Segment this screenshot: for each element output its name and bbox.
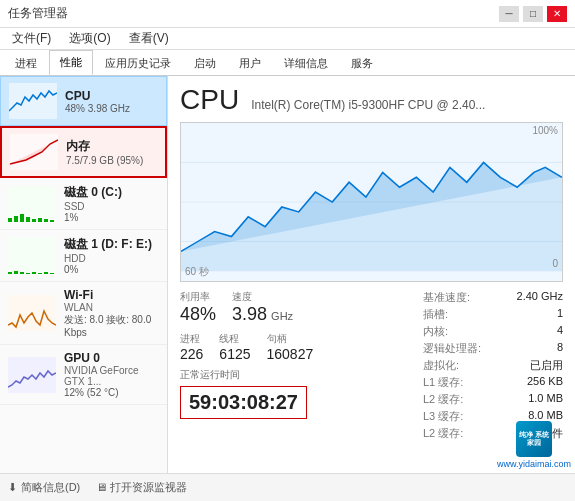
tab-app-history[interactable]: 应用历史记录 — [94, 51, 182, 75]
rs-value-1: 1 — [557, 307, 563, 322]
right-stat-0: 基准速度: 2.40 GHz — [423, 290, 563, 305]
rs-value-4: 已启用 — [530, 358, 563, 373]
rs-label-8: L2 缓存: — [423, 426, 463, 441]
stats-left: 利用率 48% 速度 3.98 GHz — [180, 290, 415, 443]
svg-rect-15 — [26, 273, 30, 274]
memory-usage: 7.5/7.9 GB (95%) — [66, 155, 157, 166]
disk0-mini-chart — [8, 186, 56, 222]
menu-options[interactable]: 选项(O) — [61, 28, 118, 49]
util-value: 48% — [180, 304, 216, 326]
watermark-logo: 纯净 系统 家园 — [516, 421, 552, 457]
window-title: 任务管理器 — [8, 5, 68, 22]
watermark-logo-text: 纯净 系统 家园 — [516, 431, 552, 448]
detail-subtitle: Intel(R) Core(TM) i5-9300HF CPU @ 2.40..… — [251, 98, 485, 112]
cpu-chart-svg — [181, 123, 562, 281]
sidebar-item-disk0[interactable]: 磁盘 0 (C:) SSD 1% — [0, 178, 167, 230]
svg-rect-7 — [32, 219, 36, 222]
rs-label-2: 内核: — [423, 324, 448, 339]
svg-rect-3 — [8, 218, 12, 222]
menu-view[interactable]: 查看(V) — [121, 28, 177, 49]
tab-services[interactable]: 服务 — [340, 51, 384, 75]
right-stat-5: L1 缓存: 256 KB — [423, 375, 563, 390]
util-label: 利用率 — [180, 290, 216, 304]
wifi-mini-chart — [8, 295, 56, 331]
minimize-button[interactable]: ─ — [499, 6, 519, 22]
svg-rect-5 — [20, 214, 24, 222]
gpu-usage: 12% (52 °C) — [64, 387, 159, 398]
detail-panel: CPU Intel(R) Core(TM) i5-9300HF CPU @ 2.… — [168, 76, 575, 473]
svg-rect-16 — [32, 272, 36, 274]
cpu-usage: 48% 3.98 GHz — [65, 103, 158, 114]
sidebar-item-disk1[interactable]: 磁盘 1 (D: F: E:) HDD 0% — [0, 230, 167, 282]
rs-label-1: 插槽: — [423, 307, 448, 322]
right-stat-2: 内核: 4 — [423, 324, 563, 339]
watermark: 纯净 系统 家园 www.yidaimai.com — [497, 421, 571, 469]
rs-value-3: 8 — [557, 341, 563, 356]
speed-label: 速度 — [232, 290, 293, 304]
tab-performance[interactable]: 性能 — [49, 50, 93, 75]
wifi-usage: 发送: 8.0 接收: 80.0 Kbps — [64, 313, 159, 338]
rs-value-6: 1.0 MB — [528, 392, 563, 407]
sidebar-item-memory[interactable]: 内存 7.5/7.9 GB (95%) — [0, 126, 167, 178]
rs-label-0: 基准速度: — [423, 290, 470, 305]
svg-rect-0 — [9, 83, 57, 119]
tab-details[interactable]: 详细信息 — [273, 51, 339, 75]
svg-rect-9 — [44, 219, 48, 222]
disk1-mini-chart — [8, 238, 56, 274]
stat-threads: 线程 6125 — [219, 332, 250, 363]
right-stat-4: 虚拟化: 已启用 — [423, 358, 563, 373]
menu-file[interactable]: 文件(F) — [4, 28, 59, 49]
main-content: CPU 48% 3.98 GHz 内存 7.5/7.9 GB (95%) — [0, 76, 575, 473]
summary-icon: ⬇ — [8, 481, 17, 494]
disk0-info: 磁盘 0 (C:) SSD 1% — [64, 184, 159, 223]
disk1-sub: HDD — [64, 253, 159, 264]
summary-button[interactable]: ⬇ 简略信息(D) — [8, 480, 80, 495]
uptime-container: 正常运行时间 59:03:08:27 — [180, 368, 415, 419]
chart-y-min: 0 — [552, 258, 558, 269]
svg-rect-12 — [8, 272, 12, 274]
right-stat-3: 逻辑处理器: 8 — [423, 341, 563, 356]
maximize-button[interactable]: □ — [523, 6, 543, 22]
svg-rect-10 — [50, 220, 54, 222]
handles-value: 160827 — [267, 346, 314, 363]
disk0-name: 磁盘 0 (C:) — [64, 184, 159, 201]
rs-value-2: 4 — [557, 324, 563, 339]
proc-value: 226 — [180, 346, 203, 363]
res-mon-label[interactable]: 🖥 打开资源监视器 — [96, 480, 187, 495]
memory-mini-chart — [10, 134, 58, 170]
speed-unit: GHz — [271, 310, 293, 322]
stat-handles: 句柄 160827 — [267, 332, 314, 363]
tab-bar: 进程 性能 应用历史记录 启动 用户 详细信息 服务 — [0, 50, 575, 76]
window-controls: ─ □ ✕ — [499, 6, 567, 22]
sidebar-item-cpu[interactable]: CPU 48% 3.98 GHz — [0, 76, 167, 126]
wifi-sub: WLAN — [64, 302, 159, 313]
svg-rect-6 — [26, 217, 30, 222]
tab-users[interactable]: 用户 — [228, 51, 272, 75]
gpu-sub: NVIDIA GeForce GTX 1... — [64, 365, 159, 387]
memory-info: 内存 7.5/7.9 GB (95%) — [66, 138, 157, 166]
stat-utilization: 利用率 48% — [180, 290, 216, 326]
rs-label-7: L3 缓存: — [423, 409, 463, 424]
wifi-name: Wi-Fi — [64, 288, 159, 302]
svg-rect-18 — [44, 272, 48, 274]
res-mon-button[interactable]: 🖥 打开资源监视器 — [96, 480, 187, 495]
cpu-mini-chart — [9, 83, 57, 119]
close-button[interactable]: ✕ — [547, 6, 567, 22]
chart-x-label: 60 秒 — [185, 265, 209, 279]
sidebar-item-wifi[interactable]: Wi-Fi WLAN 发送: 8.0 接收: 80.0 Kbps — [0, 282, 167, 345]
title-bar: 任务管理器 ─ □ ✕ — [0, 0, 575, 28]
tab-startup[interactable]: 启动 — [183, 51, 227, 75]
svg-rect-4 — [14, 216, 18, 222]
sidebar: CPU 48% 3.98 GHz 内存 7.5/7.9 GB (95%) — [0, 76, 168, 473]
threads-value: 6125 — [219, 346, 250, 363]
sidebar-item-gpu[interactable]: GPU 0 NVIDIA GeForce GTX 1... 12% (52 °C… — [0, 345, 167, 405]
menu-bar: 文件(F) 选项(O) 查看(V) — [0, 28, 575, 50]
footer: ⬇ 简略信息(D) 🖥 打开资源监视器 — [0, 473, 575, 501]
tab-processes[interactable]: 进程 — [4, 51, 48, 75]
rs-label-5: L1 缓存: — [423, 375, 463, 390]
svg-rect-11 — [8, 238, 56, 274]
svg-rect-8 — [38, 218, 42, 222]
stat-processes: 进程 226 — [180, 332, 203, 363]
uptime-box: 59:03:08:27 — [180, 386, 307, 419]
summary-label[interactable]: 简略信息(D) — [21, 480, 80, 495]
